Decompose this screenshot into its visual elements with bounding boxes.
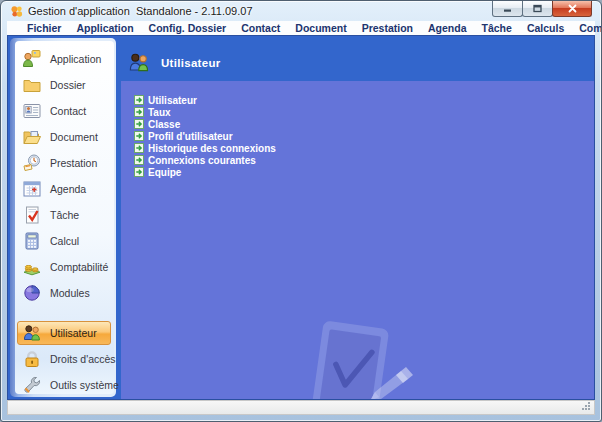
minimize-icon — [503, 4, 512, 13]
menu-agenda[interactable]: Agenda — [428, 22, 467, 34]
sidebar-spacer — [15, 307, 114, 321]
app-window: Gestion d'application Standalone - 2.11.… — [0, 0, 602, 422]
green-arrow-icon — [134, 95, 144, 105]
link-connexions-courantes[interactable]: Connexions courantes — [134, 154, 594, 166]
sidebar-item-label: Comptabilité — [50, 261, 108, 273]
content-header: Utilisateur — [121, 36, 594, 81]
content: Utilisateur Utilisateur Taux Classe P — [121, 36, 594, 399]
menu-document[interactable]: Document — [295, 22, 346, 34]
sidebar-item-label: Tâche — [50, 209, 79, 221]
application-icon — [21, 49, 43, 69]
clipboard-check-pen-watermark — [308, 319, 418, 399]
app-logo-icon — [10, 5, 23, 18]
link-taux[interactable]: Taux — [134, 106, 594, 118]
sidebar-item-calcul[interactable]: Calcul — [17, 229, 111, 253]
client-area: Application Dossier — [7, 35, 595, 400]
menu-config-dossier[interactable]: Config. Dossier — [149, 22, 227, 34]
close-button[interactable] — [552, 1, 592, 17]
sidebar-item-outils-systeme[interactable]: Outils système — [17, 373, 111, 397]
sidebar-item-comptabilite[interactable]: Comptabilité — [17, 255, 111, 279]
page-title: Utilisateur — [161, 57, 221, 69]
link-label: Classe — [148, 119, 180, 130]
sidebar-item-label: Application — [50, 53, 101, 65]
green-arrow-icon — [134, 155, 144, 165]
clock-note-icon — [21, 153, 43, 173]
menubar: Fichier Application Config. Dossier Cont… — [7, 21, 595, 35]
link-profil-utilisateur[interactable]: Profil d'utilisateur — [134, 130, 594, 142]
sidebar-item-contact[interactable]: Contact — [17, 99, 111, 123]
sidebar-item-label: Modules — [50, 287, 90, 299]
sidebar-panel: Application Dossier — [15, 41, 114, 394]
sidebar-item-prestation[interactable]: Prestation — [17, 151, 111, 175]
sidebar: Application Dossier — [10, 38, 116, 397]
sidebar-item-label: Dossier — [50, 79, 86, 91]
window-title: Gestion d'application Standalone - 2.11.… — [28, 5, 253, 17]
green-arrow-icon — [134, 167, 144, 177]
sidebar-item-label: Document — [50, 131, 98, 143]
sidebar-item-label: Droits d'accès — [50, 353, 116, 365]
link-label: Historique des connexions — [148, 143, 276, 154]
maximize-button[interactable] — [522, 1, 553, 17]
green-arrow-icon — [134, 119, 144, 129]
link-label: Utilisateur — [148, 95, 197, 106]
minimize-button[interactable] — [492, 1, 523, 17]
menu-comptabilite[interactable]: Comptabilité — [579, 22, 602, 34]
content-body: Utilisateur Taux Classe Profil d'utilisa… — [121, 81, 594, 399]
menu-fichier[interactable]: Fichier — [27, 22, 61, 34]
sidebar-item-tache[interactable]: Tâche — [17, 203, 111, 227]
sidebar-item-label: Outils système — [50, 379, 119, 391]
green-arrow-icon — [134, 143, 144, 153]
link-label: Taux — [148, 107, 171, 118]
link-equipe[interactable]: Equipe — [134, 166, 594, 178]
resize-grip-icon[interactable] — [588, 402, 590, 404]
link-label: Connexions courantes — [148, 155, 256, 166]
sidebar-item-modules[interactable]: Modules — [17, 281, 111, 305]
menu-calculs[interactable]: Calculs — [527, 22, 564, 34]
sidebar-item-document[interactable]: Document — [17, 125, 111, 149]
users-icon — [21, 323, 43, 343]
statusbar — [7, 400, 595, 415]
maximize-icon — [533, 4, 542, 13]
calculator-icon — [21, 231, 43, 251]
sidebar-item-application[interactable]: Application — [17, 47, 111, 71]
sidebar-item-label: Utilisateur — [50, 327, 97, 339]
task-check-icon — [21, 205, 43, 225]
menu-prestation[interactable]: Prestation — [362, 22, 413, 34]
menu-application[interactable]: Application — [76, 22, 133, 34]
link-label: Profil d'utilisateur — [148, 131, 233, 142]
folder-icon — [21, 75, 43, 95]
menu-tache[interactable]: Tâche — [482, 22, 512, 34]
lock-icon — [21, 349, 43, 369]
green-arrow-icon — [134, 107, 144, 117]
link-historique-connexions[interactable]: Historique des connexions — [134, 142, 594, 154]
open-folder-icon — [21, 127, 43, 147]
sidebar-item-label: Agenda — [50, 183, 86, 195]
link-label: Equipe — [148, 167, 181, 178]
wrench-icon — [21, 375, 43, 395]
menu-contact[interactable]: Contact — [241, 22, 280, 34]
sidebar-item-agenda[interactable]: Agenda — [17, 177, 111, 201]
coins-icon — [21, 257, 43, 277]
sidebar-item-dossier[interactable]: Dossier — [17, 73, 111, 97]
contact-card-icon — [21, 101, 43, 121]
pie-chart-icon — [21, 283, 43, 303]
calendar-icon — [21, 179, 43, 199]
sidebar-item-label: Prestation — [50, 157, 97, 169]
sidebar-item-utilisateur[interactable]: Utilisateur — [17, 321, 111, 345]
sidebar-item-label: Contact — [50, 105, 86, 117]
window-controls — [493, 1, 592, 17]
sidebar-item-droits-acces[interactable]: Droits d'accès — [17, 347, 111, 371]
sidebar-item-label: Calcul — [50, 235, 79, 247]
link-classe[interactable]: Classe — [134, 118, 594, 130]
users-icon — [126, 51, 152, 74]
link-utilisateur[interactable]: Utilisateur — [134, 94, 594, 106]
green-arrow-icon — [134, 131, 144, 141]
close-icon — [568, 4, 577, 13]
